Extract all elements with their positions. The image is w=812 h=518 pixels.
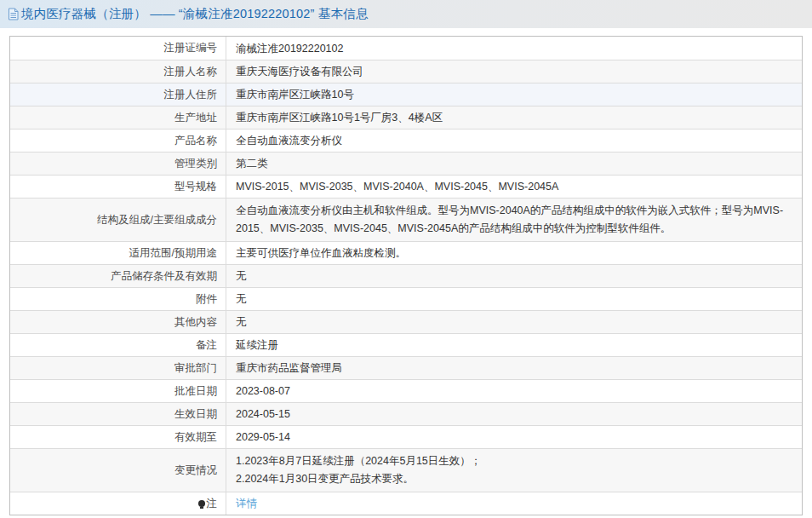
table-row: 管理类别 第二类 — [10, 152, 802, 175]
table-row: 审批部门 重庆市药品监督管理局 — [10, 356, 802, 379]
table-row: 注册证编号 渝械注准20192220102 — [10, 37, 802, 60]
table-row: 产品储存条件及有效期 无 — [10, 264, 802, 287]
row-value: 重庆天海医疗设备有限公司 — [226, 60, 802, 83]
table-row: 结构及组成/主要组成成分 全自动血液流变分析仪由主机和软件组成。型号为MVIS-… — [10, 198, 802, 241]
row-label: 生效日期 — [10, 403, 226, 425]
row-label: 生产地址 — [10, 106, 226, 129]
row-value: 重庆市南岸区江峡路10号 — [226, 83, 802, 106]
row-value: 全自动血液流变分析仪由主机和软件组成。型号为MVIS-2040A的产品结构组成中… — [226, 199, 802, 241]
row-value: 全自动血液流变分析仪 — [226, 130, 802, 152]
row-value-line: 1.2023年8月7日延续注册（2024年5月15日生效）； — [236, 452, 792, 470]
table-row: 其他内容 无 — [10, 310, 802, 333]
row-label: 注册人名称 — [10, 60, 226, 83]
row-value: 2024-05-15 — [226, 403, 802, 425]
row-label: 适用范围/预期用途 — [10, 242, 226, 264]
table-row: 产品名称 全自动血液流变分析仪 — [10, 129, 802, 152]
row-value: 无 — [226, 288, 802, 310]
row-value: 1.2023年8月7日延续注册（2024年5月15日生效）；2.2024年1月3… — [226, 449, 802, 492]
table-row: 适用范围/预期用途 主要可供医疗单位作血液粘度检测。 — [10, 241, 802, 264]
row-label: 附件 — [10, 288, 226, 310]
document-icon — [8, 8, 19, 20]
row-label: 注册人住所 — [10, 83, 226, 106]
row-label: 有效期至 — [10, 426, 226, 448]
row-label: 变更情况 — [10, 449, 226, 492]
row-value: 2023-08-07 — [226, 380, 802, 402]
table-row: 变更情况 1.2023年8月7日延续注册（2024年5月15日生效）；2.202… — [10, 448, 802, 492]
table-row: 有效期至 2029-05-14 — [10, 425, 802, 448]
row-value: 重庆市南岸区江峡路10号1号厂房3、4楼A区 — [226, 106, 802, 129]
row-value: 详情 — [226, 492, 802, 515]
row-label: 型号规格 — [10, 176, 226, 198]
table-row: 生效日期 2024-05-15 — [10, 402, 802, 425]
row-label: 结构及组成/主要组成成分 — [10, 199, 226, 241]
row-value: 第二类 — [226, 153, 802, 175]
row-value: 渝械注准20192220102 — [226, 37, 802, 60]
row-value: 无 — [226, 265, 802, 287]
row-label: 备注 — [10, 334, 226, 356]
details-link[interactable]: 详情 — [236, 495, 792, 512]
table-row: 批准日期 2023-08-07 — [10, 379, 802, 402]
row-label: 产品名称 — [10, 130, 226, 152]
row-value: 主要可供医疗单位作血液粘度检测。 — [226, 242, 802, 264]
row-value: MVIS-2015、MVIS-2035、MVIS-2040A、MVIS-2045… — [226, 176, 802, 198]
page-title: 境内医疗器械（注册） —— “渝械注准20192220102” 基本信息 — [21, 6, 369, 22]
row-value: 延续注册 — [226, 334, 802, 356]
row-label: 注册证编号 — [10, 37, 226, 60]
row-value-line: 2.2024年1月30日变更产品技术要求。 — [236, 470, 792, 488]
page: 境内医疗器械（注册） —— “渝械注准20192220102” 基本信息 注册证… — [0, 0, 812, 515]
row-label: 管理类别 — [10, 153, 226, 175]
bulb-icon — [198, 500, 205, 507]
row-label: 批准日期 — [10, 380, 226, 402]
row-label: 其他内容 — [10, 311, 226, 333]
row-value: 无 — [226, 311, 802, 333]
registration-info-table: 注册证编号 渝械注准20192220102 注册人名称 重庆天海医疗设备有限公司… — [9, 36, 803, 515]
row-label: 审批部门 — [10, 357, 226, 379]
table-row: 附件 无 — [10, 287, 802, 310]
table-row: 生产地址 重庆市南岸区江峡路10号1号厂房3、4楼A区 — [10, 106, 802, 129]
table-row: 注册人名称 重庆天海医疗设备有限公司 — [10, 60, 802, 83]
table-row: 注 详情 — [10, 492, 802, 515]
row-label: 注 — [10, 492, 226, 515]
row-value: 2029-05-14 — [226, 426, 802, 448]
table-row: 注册人住所 重庆市南岸区江峡路10号 — [10, 83, 802, 106]
row-label: 产品储存条件及有效期 — [10, 265, 226, 287]
table-row: 备注 延续注册 — [10, 333, 802, 356]
title-bar: 境内医疗器械（注册） —— “渝械注准20192220102” 基本信息 — [0, 0, 812, 28]
row-value: 重庆市药品监督管理局 — [226, 357, 802, 379]
table-row: 型号规格 MVIS-2015、MVIS-2035、MVIS-2040A、MVIS… — [10, 175, 802, 198]
